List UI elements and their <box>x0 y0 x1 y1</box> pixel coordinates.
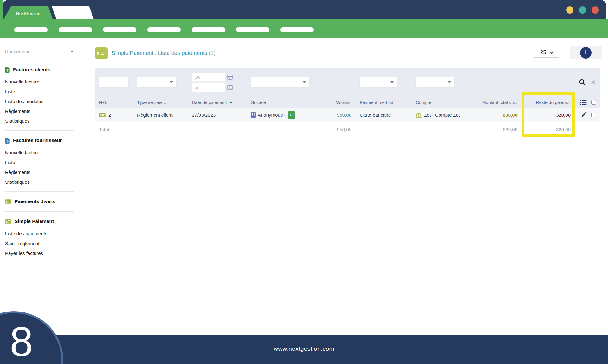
calendar-icon[interactable] <box>227 85 233 90</box>
sidebar-item-payer-les-factures[interactable]: Payer les factures <box>5 248 74 258</box>
restore-dot-icon[interactable] <box>579 6 586 14</box>
sidebar-section-factures-clients[interactable]: $ Factures clients <box>5 66 74 73</box>
plus-icon: + <box>580 47 592 59</box>
sidebar-section-factures-fournisseur[interactable]: $ Factures fournisseur <box>5 137 74 144</box>
main-nav-bar <box>0 19 608 38</box>
chevron-down-icon <box>71 51 74 52</box>
invoice-dollar-icon: $ <box>5 138 10 144</box>
application-window: NextGestion $ Facture <box>0 0 608 364</box>
page-title: Simple Paiement : Liste des paiements (1… <box>111 50 216 57</box>
payment-method-filter-select[interactable] <box>360 77 397 87</box>
societe-filter-select[interactable] <box>251 77 309 87</box>
svg-text:$: $ <box>100 114 102 117</box>
divider <box>5 191 74 192</box>
edit-pencil-icon[interactable] <box>581 112 587 118</box>
column-header-montant-total[interactable]: Montant total uti... <box>470 96 522 108</box>
sidebar-item-statistiques[interactable]: Statistiques <box>5 116 74 126</box>
cell-date: 17/03/2023 <box>188 108 247 122</box>
money-check-icon: $ <box>5 199 11 204</box>
building-icon <box>251 112 256 118</box>
section-title: Paiements divers <box>15 199 55 204</box>
sidebar-item-nouvelle-facture[interactable]: Nouvelle facture <box>5 77 74 87</box>
column-header-societe[interactable]: Société <box>247 96 314 108</box>
total-reste: 320,00 <box>522 122 575 137</box>
sidebar-item-saisir-reglement[interactable]: Saisir règlement <box>5 238 74 248</box>
money-check-icon: $ <box>95 47 108 59</box>
sidebar-item-nouvelle-facture[interactable]: Nouvelle facture <box>5 148 74 157</box>
sidebar-item-liste-des-modeles[interactable]: Liste des modèles <box>5 96 74 106</box>
nav-pill[interactable] <box>14 27 48 32</box>
total-label: Total <box>95 122 133 137</box>
row-checkbox[interactable] <box>591 113 596 117</box>
cell-societe: Anonymous - C <box>247 108 314 122</box>
section-title: Simple Paiement <box>15 219 54 224</box>
chevron-down-icon <box>448 81 451 83</box>
select-all-checkbox[interactable] <box>591 100 596 105</box>
societe-name: Anonymous - <box>258 112 286 118</box>
compte-filter-select[interactable] <box>416 77 454 87</box>
column-header-payment-method[interactable]: Payment method <box>356 96 412 108</box>
cell-ref: $ 2 <box>95 108 133 122</box>
svg-text:$: $ <box>6 200 8 203</box>
sidebar-search[interactable] <box>5 46 74 57</box>
total-montant-utilise: 630,00 <box>470 122 522 137</box>
sidebar-item-liste-des-paiements[interactable]: Liste des paiements <box>5 229 74 238</box>
nav-pill[interactable] <box>236 27 269 32</box>
column-header-date[interactable]: Date de paiement <box>188 96 247 108</box>
search-input[interactable] <box>5 49 71 54</box>
date-to-input[interactable] <box>192 83 225 92</box>
chevron-down-icon <box>170 81 173 83</box>
sidebar-item-reglements[interactable]: Règlements <box>5 106 74 116</box>
nav-pill[interactable] <box>103 27 136 32</box>
nav-pill[interactable] <box>280 27 314 32</box>
list-icon[interactable] <box>580 100 587 105</box>
column-header-type[interactable]: Type de paie... <box>133 96 188 108</box>
column-header-montant[interactable]: Montant <box>314 96 356 108</box>
chevron-down-icon <box>303 81 306 83</box>
page-title-text: Simple Paiement : Liste des paiements <box>111 50 207 56</box>
svg-text:$: $ <box>97 51 100 56</box>
clear-filters-icon[interactable]: ✕ <box>590 79 596 86</box>
add-payment-button[interactable]: + <box>570 46 602 59</box>
svg-text:$: $ <box>7 68 9 72</box>
chevron-down-icon <box>549 50 554 54</box>
type-filter-select[interactable] <box>137 77 176 87</box>
svg-text:$: $ <box>6 220 8 223</box>
nav-pill[interactable] <box>192 27 225 32</box>
column-header-ref[interactable]: Réf. <box>95 96 133 108</box>
cell-montant-total-utilise: 630,00 <box>470 108 522 122</box>
societe-badge: C <box>288 111 295 119</box>
close-dot-icon[interactable] <box>592 6 599 14</box>
brand-tab[interactable]: NextGestion <box>4 6 53 19</box>
ref-filter-input[interactable] <box>99 77 128 87</box>
column-header-compte[interactable]: Compte <box>412 96 470 108</box>
blank-tab[interactable] <box>52 6 94 19</box>
date-from-input[interactable] <box>192 73 225 82</box>
nav-pill[interactable] <box>147 27 181 32</box>
section-title: Factures clients <box>13 67 50 72</box>
section-title: Factures fournisseur <box>13 138 62 143</box>
sidebar-item-liste[interactable]: Liste <box>5 157 74 167</box>
nav-pill[interactable] <box>59 27 92 32</box>
compte-name: Zet - Compte Zet <box>424 112 460 118</box>
search-icon[interactable] <box>579 79 586 86</box>
money-check-icon: $ <box>5 219 11 224</box>
minimize-dot-icon[interactable] <box>566 6 573 14</box>
invoice-dollar-icon: $ <box>5 67 10 73</box>
brand-name: NextGestion <box>16 11 40 16</box>
title-bar <box>3 0 606 19</box>
sidebar-item-statistiques[interactable]: Statistiques <box>5 177 74 187</box>
column-header-reste[interactable]: Reste du paiem... <box>522 96 575 108</box>
calendar-icon[interactable] <box>227 74 233 80</box>
total-montant: 950,00 <box>314 122 356 137</box>
sidebar-item-reglements[interactable]: Règlements <box>5 167 74 177</box>
sidebar-section-simple-paiement[interactable]: $ Simple Paiement <box>5 218 74 225</box>
page-size-value: 25 <box>540 49 546 55</box>
cell-compte: Zet - Compte Zet <box>412 108 470 122</box>
divider <box>5 130 74 131</box>
sidebar-item-liste[interactable]: Liste <box>5 87 74 96</box>
table-row[interactable]: $ 2 Règlement client 17/03/2023 Anonymou… <box>95 108 600 122</box>
page-size-select[interactable]: 25 <box>534 47 559 58</box>
cell-montant: 950,00 <box>314 108 356 122</box>
sidebar-section-paiements-divers[interactable]: $ Paiements divers <box>5 198 74 205</box>
